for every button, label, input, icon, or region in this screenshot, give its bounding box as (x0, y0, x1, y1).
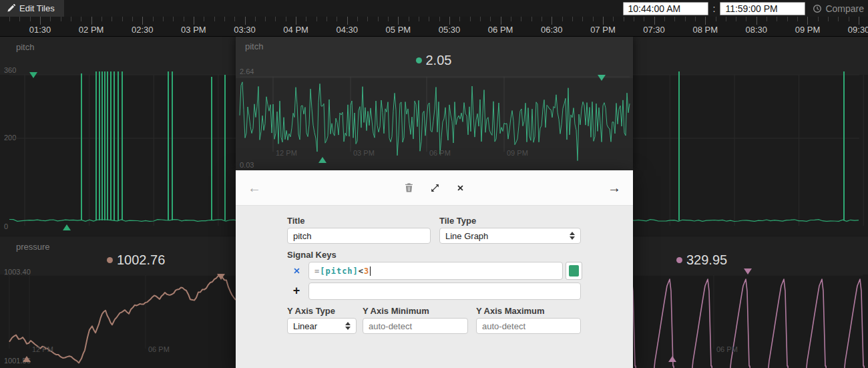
topbar: Edit Tiles : Compare (0, 0, 868, 17)
ruler-tick (613, 17, 614, 21)
ruler-tick (756, 17, 757, 25)
ruler-label: 05 PM (386, 25, 411, 35)
trash-icon (405, 183, 413, 192)
ruler-label: 01:30 (29, 25, 51, 35)
select-spinner-icon (345, 322, 351, 330)
expand-tile-button[interactable] (431, 184, 439, 192)
ruler-tick (419, 17, 419, 21)
marker-down-triangle (744, 268, 752, 274)
remove-signal-button[interactable] (290, 264, 302, 277)
add-signal-button[interactable]: + (290, 285, 302, 297)
y-axis-type-select[interactable]: Linear (287, 318, 357, 334)
ruler-tick (101, 17, 102, 21)
ruler-tick (552, 17, 552, 25)
ruler-tick (50, 17, 51, 21)
ruler-tick (153, 17, 154, 21)
y-axis-type-value: Linear (293, 321, 317, 331)
ruler-tick (787, 17, 788, 21)
ruler-tick (224, 17, 225, 21)
ruler-tick (163, 17, 164, 21)
ruler-label: 02:30 (132, 25, 154, 35)
y-axis-min-input[interactable] (363, 318, 468, 334)
ruler-label: 04 PM (283, 25, 308, 35)
ruler-tick (449, 17, 450, 25)
compare-button[interactable]: Compare (813, 3, 864, 14)
ruler-tick (838, 17, 839, 21)
history-clock-icon (813, 4, 822, 13)
ruler-tick (746, 17, 746, 21)
remove-x-icon (293, 267, 300, 274)
ruler-label: 08 PM (692, 25, 718, 35)
ruler-tick (347, 17, 348, 25)
ruler-tick (634, 17, 634, 21)
y-axis-max-label: Y Axis Maximum (476, 306, 545, 316)
x-axis-label: 03 PM (353, 149, 375, 157)
end-time-input[interactable] (720, 2, 805, 15)
y-axis-min-label: Y Axis Minimum (363, 306, 429, 316)
ruler-tick (71, 17, 71, 21)
ruler-tick (674, 17, 675, 21)
ruler-tick (173, 17, 174, 21)
ruler-tick (459, 17, 460, 21)
close-modal-button[interactable] (457, 184, 464, 192)
timeline-ruler[interactable]: 01:3002 PM02:3003 PM03:3004 PM04:3005 PM… (0, 17, 868, 37)
next-tile-button[interactable]: → (608, 181, 621, 194)
ruler-tick (398, 17, 399, 25)
ruler-tick (797, 17, 798, 21)
marker-down-triangle (598, 75, 606, 81)
previous-tile-button[interactable]: ← (248, 181, 261, 194)
ruler-tick (61, 17, 61, 21)
marker-up-triangle (23, 356, 31, 362)
x-axis-label: 06 PM (716, 345, 738, 353)
ruler-tick (501, 17, 501, 25)
ruler-tick (306, 17, 306, 21)
ruler-label: 06 PM (488, 25, 513, 35)
signal-keys-label: Signal Keys (287, 250, 337, 260)
title-input[interactable] (287, 228, 431, 244)
formula-operator: < (359, 266, 364, 276)
start-time-input[interactable] (623, 2, 708, 15)
ruler-tick (593, 17, 594, 21)
ruler-tick (296, 17, 296, 25)
ruler-tick (726, 17, 726, 21)
ruler-tick (388, 17, 389, 21)
signal-key-input[interactable]: =[pitch]<3 (308, 262, 563, 280)
pencil-icon (7, 4, 15, 13)
ruler-tick (214, 17, 215, 21)
ruler-tick (705, 17, 706, 25)
text-cursor (370, 266, 371, 276)
ruler-tick (859, 17, 859, 25)
edit-tiles-button[interactable]: Edit Tiles (0, 0, 64, 17)
delete-tile-button[interactable] (405, 183, 413, 192)
ruler-tick (736, 17, 736, 21)
ruler-tick (818, 17, 819, 21)
ruler-tick (807, 17, 808, 25)
ruler-tick (337, 17, 337, 21)
y-axis-type-label: Y Axis Type (287, 306, 335, 316)
title-field-label: Title (287, 216, 305, 226)
ruler-tick (777, 17, 777, 21)
ruler-label: 03:30 (234, 25, 256, 35)
ruler-tick (275, 17, 276, 21)
ruler-tick (644, 17, 644, 21)
close-icon (457, 184, 464, 192)
formula-signal-key: [pitch] (320, 266, 359, 276)
signal-color-swatch[interactable] (566, 262, 582, 280)
edit-tiles-label: Edit Tiles (19, 3, 55, 13)
time-separator: : (713, 3, 716, 14)
x-axis-label: 06 PM (148, 345, 170, 353)
ruler-tick (316, 17, 317, 21)
second-signal-key-input[interactable] (308, 283, 581, 300)
tile-type-select[interactable]: Line Graph (439, 228, 581, 244)
ruler-tick (439, 17, 440, 21)
ruler-tick (562, 17, 563, 21)
ruler-tick (91, 17, 92, 25)
time-range-controls: : Compare (623, 2, 864, 15)
marker-up-triangle (668, 356, 676, 362)
ruler-label: 06:30 (541, 25, 563, 35)
ruler-tick (204, 17, 204, 21)
tile-pitch-popup[interactable]: pitch 2.05 2.64 0.03 12 PM03 PM06 PM09 P… (236, 37, 633, 170)
x-axis-label: 12 PM (276, 149, 297, 157)
tile-type-field-label: Tile Type (439, 216, 476, 226)
y-axis-max-input[interactable] (476, 318, 581, 334)
